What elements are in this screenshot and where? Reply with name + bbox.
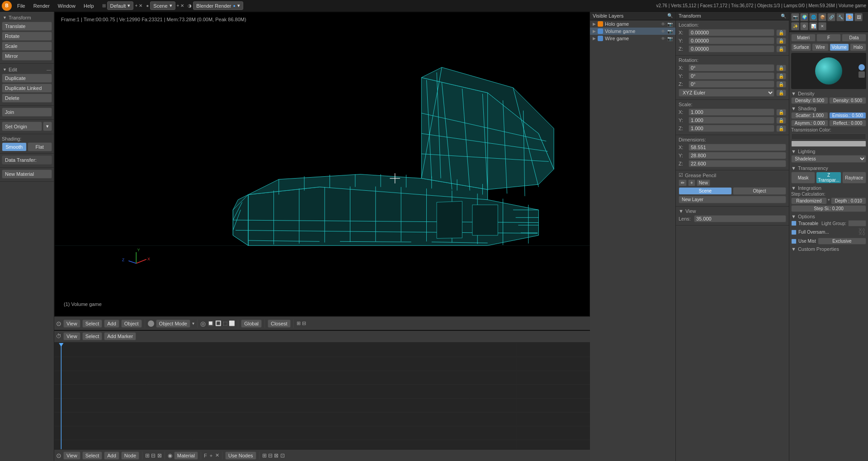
viewport-object-btn[interactable]: Object xyxy=(121,320,142,328)
holo-camera-icon[interactable]: 📷 xyxy=(667,22,673,27)
volume-eye-icon[interactable]: 👁 xyxy=(661,29,665,34)
data-transfer-btn[interactable]: Data Transfer: xyxy=(2,155,52,165)
engine-selector[interactable]: Blender Render ● ▾ xyxy=(193,1,243,10)
data-tab[interactable]: Data xyxy=(842,34,866,42)
options-title[interactable]: ▼ Options xyxy=(791,214,866,219)
asymm-btn[interactable]: Asymm.: 0.000 xyxy=(791,120,828,127)
step-calc-btn[interactable]: Randomized xyxy=(791,198,827,204)
menu-help[interactable]: Help xyxy=(80,2,98,9)
props-modifier-icon[interactable]: 🔧 xyxy=(836,13,844,21)
density-title[interactable]: ▼ Density xyxy=(791,91,866,96)
flat-btn[interactable]: Flat xyxy=(28,142,52,151)
gp-new-layer-btn[interactable]: New Layer xyxy=(679,196,786,203)
rotation-y-btn[interactable]: 🔒 xyxy=(776,73,786,80)
transmission-color-swatch[interactable] xyxy=(791,133,866,140)
rotation-mode-btn[interactable]: 🔒 xyxy=(776,89,786,96)
lens-input[interactable] xyxy=(694,215,786,222)
emission-btn[interactable]: Emissio.: 0.500 xyxy=(829,112,866,119)
light-group-input[interactable] xyxy=(848,220,866,226)
scatter-btn[interactable]: Scatter: 1.000 xyxy=(791,112,828,119)
mask-tab-btn[interactable]: Mask xyxy=(791,172,815,183)
lighting-title[interactable]: ▼ Lighting xyxy=(791,149,866,154)
scale-btn[interactable]: Scale xyxy=(2,42,52,51)
surface-tab[interactable]: Surface xyxy=(791,43,811,51)
delete-btn[interactable]: Delete xyxy=(2,94,52,103)
blender-logo[interactable]: B xyxy=(2,1,12,11)
timeline-marker-btn[interactable]: Add Marker xyxy=(104,332,136,340)
mode-selector[interactable]: Default ▾ xyxy=(107,1,134,10)
props-constraints-icon[interactable]: 🔗 xyxy=(827,13,835,21)
gp-pencil-btn[interactable]: ✏ xyxy=(679,179,687,186)
dim-x-input[interactable] xyxy=(689,144,786,151)
props-particles-icon[interactable]: ✨ xyxy=(791,22,799,30)
rotation-y-input[interactable] xyxy=(689,72,774,80)
viewport-view-btn[interactable]: View xyxy=(63,320,80,328)
node-btn[interactable]: Node xyxy=(121,452,139,460)
set-origin-menu-btn[interactable]: ▾ xyxy=(43,122,52,131)
scale-z-input[interactable] xyxy=(689,125,774,132)
volume-tab[interactable]: Volume xyxy=(830,43,849,51)
timeline-add-btn[interactable]: Add xyxy=(104,452,119,460)
wire-eye-icon[interactable]: 👁 xyxy=(661,36,665,41)
step-size-btn[interactable]: Step Si.: 0.200 xyxy=(791,205,866,212)
preview-extra-btn[interactable] xyxy=(859,71,865,78)
set-origin-btn[interactable]: Set Origin xyxy=(2,122,42,131)
mirror-btn[interactable]: Mirror xyxy=(2,52,52,61)
dim-z-input[interactable] xyxy=(689,160,786,167)
location-y-input[interactable] xyxy=(689,37,774,44)
density-btn1[interactable]: Density: 0.500 xyxy=(791,97,828,104)
location-z-input[interactable] xyxy=(689,45,774,52)
viewport[interactable]: Frame:1 | Time:00:00.75 | Ve:12990 Fa:23… xyxy=(54,12,590,316)
halo-tab[interactable]: Halo xyxy=(850,43,866,51)
integration-title[interactable]: ▼ Integration xyxy=(791,185,866,191)
smooth-btn[interactable]: Smooth xyxy=(2,142,27,151)
depth-btn[interactable]: Depth : 0.010 xyxy=(831,198,867,204)
props-material-icon[interactable]: 🎨 xyxy=(845,13,854,21)
density-btn2[interactable]: Density: 0.500 xyxy=(829,97,866,104)
duplicate-btn[interactable]: Duplicate xyxy=(2,74,52,83)
wire-camera-icon[interactable]: 📷 xyxy=(667,36,673,41)
gp-add-btn[interactable]: + xyxy=(688,179,695,186)
object-mode-btn[interactable]: Object Mode xyxy=(156,320,190,328)
props-physics-icon[interactable]: ⚙ xyxy=(800,22,808,30)
scale-y-input[interactable] xyxy=(689,117,774,124)
props-world-icon[interactable]: 🌐 xyxy=(809,13,817,21)
outliner-item-holo[interactable]: ▶ Holo game 👁 📷 xyxy=(590,20,675,28)
preview-mode-btn[interactable] xyxy=(859,64,865,71)
scale-x-btn[interactable]: 🔒 xyxy=(776,109,786,116)
custom-props-title[interactable]: ▼ Custom Properties xyxy=(791,246,866,252)
rotate-btn[interactable]: Rotate xyxy=(2,32,52,41)
dim-y-input[interactable] xyxy=(689,152,786,159)
props-scene-icon[interactable]: 🌍 xyxy=(800,13,808,21)
scene-selector[interactable]: Scene ▾ xyxy=(150,1,175,10)
f-tab[interactable]: F xyxy=(816,34,841,42)
join-btn[interactable]: Join xyxy=(2,108,52,117)
lighting-mode-select[interactable]: Shadeless xyxy=(791,155,866,163)
scale-z-btn[interactable]: 🔒 xyxy=(776,125,786,132)
scale-y-btn[interactable]: 🔒 xyxy=(776,117,786,124)
raytrace-tab-btn[interactable]: Raytrace xyxy=(842,172,866,183)
props-data-icon[interactable]: 📊 xyxy=(809,22,817,30)
timeline-view-btn[interactable]: View xyxy=(63,332,80,340)
props-object-icon[interactable]: 📦 xyxy=(818,13,826,21)
menu-render[interactable]: Render xyxy=(30,2,53,9)
full-oversam-cb[interactable] xyxy=(791,230,797,235)
use-mist-cb[interactable] xyxy=(791,239,797,244)
rotation-x-btn[interactable]: 🔒 xyxy=(776,65,786,71)
search-icon[interactable]: 🔍 xyxy=(667,13,673,19)
materi-tab[interactable]: Materi xyxy=(791,34,816,42)
holo-eye-icon[interactable]: 👁 xyxy=(661,22,665,27)
rotation-z-input[interactable] xyxy=(689,80,774,88)
location-z-btn[interactable]: 🔒 xyxy=(776,46,786,52)
traceable-cb[interactable] xyxy=(791,221,797,226)
props-render-icon[interactable]: 📷 xyxy=(791,13,799,21)
timeline-bottom-view-btn[interactable]: View xyxy=(63,452,80,460)
timeline-content[interactable] xyxy=(54,343,590,450)
gp-object-tab[interactable]: Object xyxy=(733,187,786,195)
menu-window[interactable]: Window xyxy=(54,2,79,9)
global-btn[interactable]: Global xyxy=(241,320,262,328)
outliner-item-wire[interactable]: ▶ Wire game 👁 📷 xyxy=(590,35,675,42)
location-y-btn[interactable]: 🔒 xyxy=(776,38,786,44)
transform-section-title[interactable]: ▼ Transform xyxy=(2,14,52,22)
transparency-title[interactable]: ▼ Transparency xyxy=(791,165,866,171)
